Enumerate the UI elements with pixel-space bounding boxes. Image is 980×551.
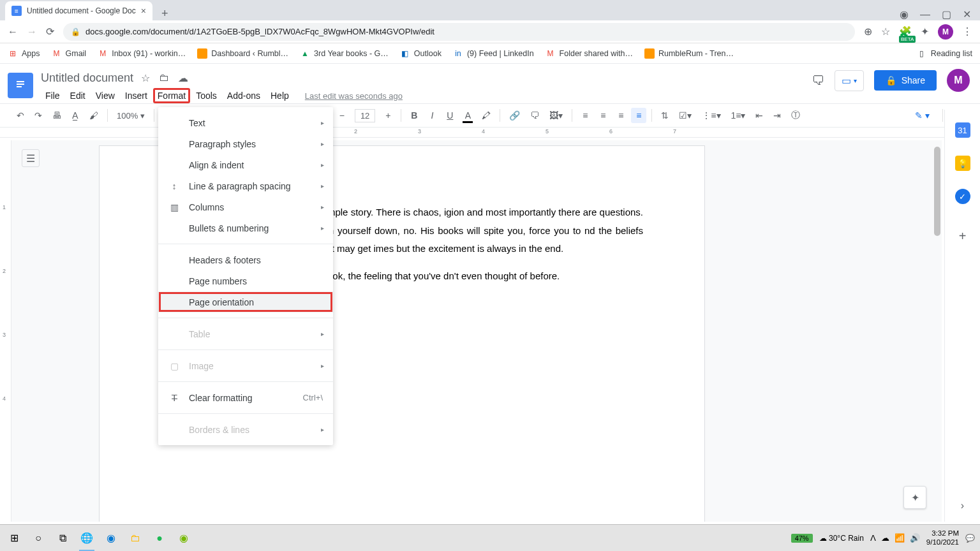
menu-edit[interactable]: Edit <box>66 88 90 103</box>
calendar-icon[interactable]: 31 <box>955 122 970 138</box>
undo-button[interactable]: ↶ <box>13 108 28 123</box>
outdent-button[interactable]: ⇤ <box>752 108 767 123</box>
new-tab-button[interactable]: + <box>152 7 177 20</box>
account-icon[interactable]: ◉ <box>900 8 909 20</box>
onedrive-icon[interactable]: ☁ <box>881 533 889 543</box>
task-view-icon[interactable]: ⧉ <box>54 529 71 547</box>
menu-tools[interactable]: Tools <box>191 88 221 103</box>
menu-bullets-numbering[interactable]: Bullets & numbering▸ <box>158 217 333 239</box>
add-addon-icon[interactable]: + <box>955 228 970 244</box>
extension-icon[interactable]: 🧩BETA <box>899 26 912 38</box>
explorer-taskbar-icon[interactable]: 🗀 <box>126 529 144 547</box>
explore-button[interactable]: ✦ <box>903 486 926 509</box>
keep-icon[interactable]: 💡 <box>955 156 970 171</box>
bookmark-dashboard[interactable]: Dashboard ‹ Rumbl… <box>197 48 288 59</box>
spellcheck-button[interactable]: A̲ <box>68 108 83 123</box>
horizontal-ruler[interactable]: 2 3 4 5 6 7 <box>0 128 980 138</box>
increase-font-button[interactable]: + <box>380 108 396 123</box>
menu-columns[interactable]: ▥Columns▸ <box>158 196 333 217</box>
link-button[interactable]: 🔗 <box>505 108 524 123</box>
share-button[interactable]: 🔒Share <box>874 70 937 91</box>
close-tab-icon[interactable]: × <box>141 6 146 16</box>
profile-avatar[interactable]: M <box>938 24 953 40</box>
move-icon[interactable]: 🗀 <box>159 72 169 84</box>
menu-page-orientation[interactable]: Page orientation <box>158 291 333 312</box>
star-icon[interactable]: ☆ <box>881 26 890 38</box>
underline-button[interactable]: U <box>442 108 457 123</box>
wifi-icon[interactable]: 📶 <box>895 533 905 543</box>
start-button[interactable]: ⊞ <box>5 529 23 547</box>
extensions-icon[interactable]: ✦ <box>921 26 929 38</box>
print-button[interactable]: 🖶 <box>48 108 65 123</box>
bold-button[interactable]: B <box>406 108 422 123</box>
align-left-button[interactable]: ≡ <box>577 108 593 123</box>
utorrent-taskbar-icon[interactable]: ◉ <box>175 529 193 547</box>
edge-taskbar-icon[interactable]: ◉ <box>102 529 120 547</box>
forward-button[interactable]: → <box>27 26 37 38</box>
browser-tab[interactable]: ≡ Untitled document - Google Doc × <box>5 1 152 20</box>
menu-help[interactable]: Help <box>266 88 293 103</box>
menu-addons[interactable]: Add-ons <box>223 88 265 103</box>
outline-toggle-button[interactable]: ☰ <box>22 149 40 167</box>
notifications-icon[interactable]: 💬 <box>965 534 975 543</box>
cloud-status-icon[interactable]: ☁ <box>178 72 188 84</box>
bookmark-apps[interactable]: ⊞Apps <box>8 48 40 59</box>
menu-align-indent[interactable]: Align & indent▸ <box>158 154 333 175</box>
zoom-icon[interactable]: ⊕ <box>864 26 872 38</box>
back-button[interactable]: ← <box>8 26 18 38</box>
menu-headers-footers[interactable]: Headers & footers <box>158 249 333 270</box>
italic-button[interactable]: I <box>424 108 440 123</box>
bookmark-linkedin[interactable]: in(9) Feed | LinkedIn <box>453 48 534 59</box>
close-window-icon[interactable]: ✕ <box>963 8 971 20</box>
bookmark-gmail[interactable]: MGmail <box>52 48 87 59</box>
document-title[interactable]: Untitled document <box>41 71 133 85</box>
star-icon[interactable]: ☆ <box>141 72 150 84</box>
indent-button[interactable]: ⇥ <box>769 108 785 123</box>
editing-mode-button[interactable]: ✎ ▾ <box>911 108 933 123</box>
checklist-button[interactable]: ☑▾ <box>675 108 695 123</box>
cortana-icon[interactable]: ○ <box>29 529 47 547</box>
volume-icon[interactable]: 🔊 <box>910 533 920 543</box>
vertical-ruler[interactable]: 1 2 3 4 <box>0 140 11 522</box>
menu-text[interactable]: Text▸ <box>158 112 333 133</box>
font-size-input[interactable]: 12 <box>355 109 375 122</box>
last-edit-link[interactable]: Last edit was seconds ago <box>305 91 403 101</box>
bookmark-outlook[interactable]: ◧Outlook <box>400 48 442 59</box>
align-right-button[interactable]: ≡ <box>613 108 628 123</box>
align-center-button[interactable]: ≡ <box>595 108 611 123</box>
tasks-icon[interactable]: ✓ <box>955 189 970 204</box>
clock[interactable]: 3:32 PM 9/10/2021 <box>926 529 959 547</box>
bullet-list-button[interactable]: ⋮≡▾ <box>698 108 724 123</box>
bookmark-rumblerum[interactable]: RumbleRum - Tren… <box>644 48 734 59</box>
menu-paragraph-styles[interactable]: Paragraph styles▸ <box>158 133 333 154</box>
bookmark-inbox[interactable]: MInbox (91) - workin… <box>98 48 186 59</box>
present-button[interactable]: ▭▾ <box>835 70 864 91</box>
scrollbar-thumb[interactable] <box>934 147 940 236</box>
align-justify-button[interactable]: ≡ <box>631 108 646 123</box>
line-spacing-button[interactable]: ⇅ <box>657 108 672 123</box>
docs-logo-icon[interactable] <box>8 73 33 98</box>
chrome-taskbar-icon[interactable]: 🌐 <box>78 529 96 547</box>
reading-list-button[interactable]: ▯Reading list <box>917 48 972 59</box>
comment-button[interactable]: 🗨 <box>526 108 543 123</box>
menu-line-spacing[interactable]: ↕Line & paragraph spacing▸ <box>158 175 333 196</box>
highlight-button[interactable]: 🖍 <box>478 108 494 123</box>
spotify-taskbar-icon[interactable]: ● <box>151 529 168 547</box>
menu-format[interactable]: Format <box>153 88 190 103</box>
weather-widget[interactable]: ☁ 30°C Rain <box>819 534 864 543</box>
menu-page-numbers[interactable]: Page numbers <box>158 270 333 291</box>
account-avatar[interactable]: M <box>947 69 970 92</box>
reload-button[interactable]: ⟳ <box>46 26 54 38</box>
paint-format-button[interactable]: 🖌 <box>85 108 102 123</box>
number-list-button[interactable]: 1≡▾ <box>727 108 750 123</box>
url-field[interactable]: 🔒 docs.google.com/document/d/1A2TGoEB-5p… <box>63 23 855 41</box>
menu-view[interactable]: View <box>91 88 119 103</box>
redo-button[interactable]: ↷ <box>31 108 46 123</box>
maximize-icon[interactable]: ▢ <box>942 8 951 20</box>
clear-format-button[interactable]: Ⓣ <box>787 107 804 124</box>
chrome-menu-icon[interactable]: ⋮ <box>962 26 972 38</box>
minimize-icon[interactable]: — <box>920 9 930 20</box>
menu-insert[interactable]: Insert <box>121 88 152 103</box>
zoom-select[interactable]: 100% ▾ <box>113 111 149 121</box>
image-button[interactable]: 🖼▾ <box>546 108 567 123</box>
